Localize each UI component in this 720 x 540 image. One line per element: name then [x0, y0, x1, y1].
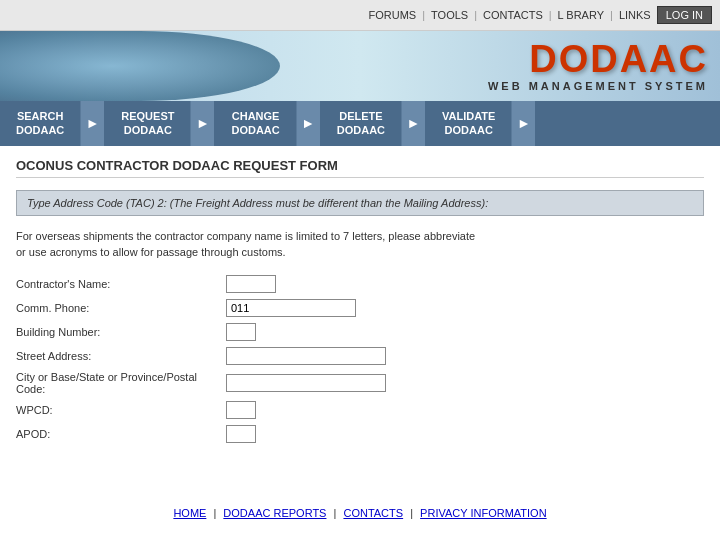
- sep3: |: [549, 9, 552, 21]
- input-apod[interactable]: [226, 425, 256, 443]
- footer-link-contacts[interactable]: CONTACTS: [343, 507, 403, 519]
- form-row-street-address: Street Address:: [16, 347, 704, 365]
- toolbar-request-label: REQUESTDODAAC: [121, 109, 174, 138]
- toolbar: SEARCHDODAAC ► REQUESTDODAAC ► CHANGEDOD…: [0, 101, 720, 146]
- logo-text: DODAAC: [488, 40, 708, 78]
- footer-sep3: |: [410, 507, 413, 519]
- nav-library[interactable]: L BRARY: [558, 9, 604, 21]
- form-row-building-number: Building Number:: [16, 323, 704, 341]
- header-logo: DODAAC WEB MANAGEMENT SYSTEM: [488, 40, 708, 92]
- login-button[interactable]: LOG IN: [657, 6, 712, 24]
- top-nav: FORUMS | TOOLS | CONTACTS | L BRARY | LI…: [0, 0, 720, 31]
- toolbar-search-dodaac[interactable]: SEARCHDODAAC: [0, 101, 81, 146]
- info-text: For overseas shipments the contractor co…: [16, 228, 704, 261]
- globe-graphic: [0, 31, 280, 101]
- toolbar-delete-dodaac[interactable]: DELETEDODAAC: [321, 101, 402, 146]
- sep4: |: [610, 9, 613, 21]
- toolbar-validate-label: VALIDATEDODAAC: [442, 109, 495, 138]
- tac-box: Type Address Code (TAC) 2: (The Freight …: [16, 190, 704, 216]
- toolbar-request-dodaac[interactable]: REQUESTDODAAC: [105, 101, 191, 146]
- toolbar-request-arrow[interactable]: ►: [191, 101, 215, 146]
- label-wpcd: WPCD:: [16, 404, 226, 416]
- header: DODAAC WEB MANAGEMENT SYSTEM: [0, 31, 720, 101]
- toolbar-change-dodaac[interactable]: CHANGEDODAAC: [215, 101, 296, 146]
- toolbar-delete-label: DELETEDODAAC: [337, 109, 385, 138]
- toolbar-search-label: SEARCHDODAAC: [16, 109, 64, 138]
- label-contractors-name: Contractor's Name:: [16, 278, 226, 290]
- input-street-address[interactable]: [226, 347, 386, 365]
- toolbar-delete-arrow[interactable]: ►: [402, 101, 426, 146]
- label-apod: APOD:: [16, 428, 226, 440]
- sep1: |: [422, 9, 425, 21]
- footer-sep1: |: [213, 507, 216, 519]
- input-wpcd[interactable]: [226, 401, 256, 419]
- toolbar-validate-arrow[interactable]: ►: [512, 101, 536, 146]
- label-comm-phone: Comm. Phone:: [16, 302, 226, 314]
- toolbar-change-label: CHANGEDODAAC: [231, 109, 279, 138]
- input-contractors-name[interactable]: [226, 275, 276, 293]
- form-row-contractors-name: Contractor's Name:: [16, 275, 704, 293]
- nav-tools[interactable]: TOOLS: [431, 9, 468, 21]
- toolbar-change-arrow[interactable]: ►: [297, 101, 321, 146]
- form-row-comm-phone: Comm. Phone:: [16, 299, 704, 317]
- nav-contacts[interactable]: CONTACTS: [483, 9, 543, 21]
- footer-link-home[interactable]: HOME: [173, 507, 206, 519]
- sep2: |: [474, 9, 477, 21]
- logo-subtitle: WEB MANAGEMENT SYSTEM: [488, 80, 708, 92]
- footer-link-privacy[interactable]: PRIVACY INFORMATION: [420, 507, 547, 519]
- label-building-number: Building Number:: [16, 326, 226, 338]
- footer-link-dodaac-reports[interactable]: DODAAC REPORTS: [223, 507, 326, 519]
- nav-links[interactable]: LINKS: [619, 9, 651, 21]
- label-city-base-state: City or Base/State or Province/Postal Co…: [16, 371, 226, 395]
- form-title: OCONUS CONTRACTOR DODAAC REQUEST FORM: [16, 158, 704, 178]
- toolbar-search-arrow[interactable]: ►: [81, 101, 105, 146]
- form-row-wpcd: WPCD:: [16, 401, 704, 419]
- form-row-city-base-state: City or Base/State or Province/Postal Co…: [16, 371, 704, 395]
- footer: HOME | DODAAC REPORTS | CONTACTS | PRIVA…: [0, 491, 720, 535]
- input-building-number[interactable]: [226, 323, 256, 341]
- main-content: OCONUS CONTRACTOR DODAAC REQUEST FORM Ty…: [0, 146, 720, 461]
- nav-forums[interactable]: FORUMS: [369, 9, 417, 21]
- form-row-apod: APOD:: [16, 425, 704, 443]
- footer-sep2: |: [334, 507, 337, 519]
- tac-description: (The Freight Address must be different t…: [170, 197, 488, 209]
- label-street-address: Street Address:: [16, 350, 226, 362]
- input-city-base-state[interactable]: [226, 374, 386, 392]
- input-comm-phone[interactable]: [226, 299, 356, 317]
- tac-label: Type Address Code (TAC) 2:: [27, 197, 167, 209]
- toolbar-validate-dodaac[interactable]: VALIDATEDODAAC: [426, 101, 512, 146]
